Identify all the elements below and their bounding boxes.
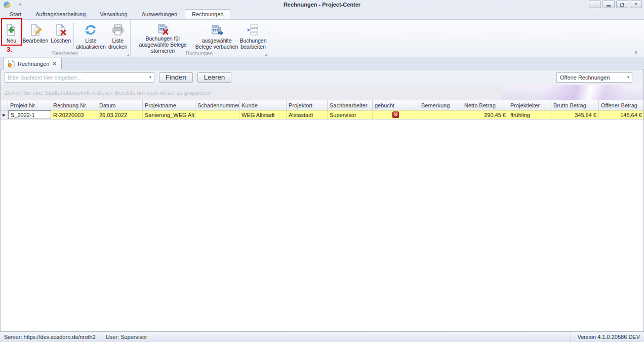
header-projekt-nr[interactable]: Projekt Nr. — [8, 100, 51, 110]
status-server: Server: https://dev.acadoro.de/nroth2 — [4, 334, 96, 340]
header-datum[interactable]: Datum — [97, 100, 143, 110]
document-tab-strip: Rechnungen ✕ — [0, 57, 644, 69]
window-title-context: Rechnungen - — [284, 2, 322, 8]
loeschen-button[interactable]: Löschen — [49, 21, 73, 51]
cell-kunde[interactable]: WEG Altstadt — [239, 110, 287, 119]
decorative-swoosh — [502, 85, 643, 100]
window-controls: ✕ — [589, 1, 642, 8]
buchungen-bearbeiten-button[interactable]: Buchungen bearbeiten — [239, 21, 267, 51]
bearbeiten-button-label: Bearbeiten — [22, 37, 48, 44]
delete-document-icon — [55, 23, 67, 37]
belege-verbuchen-button-label: ausgewählte Belege verbuchen — [194, 37, 239, 50]
header-brutto-betrag[interactable]: Brutto Betrag — [551, 100, 599, 110]
cell-projektort[interactable]: Alstastadt — [287, 110, 328, 119]
table-row[interactable]: ▶ S_2022-1 R-20220003 26.03.2022 Sanieru… — [1, 110, 643, 120]
app-icon[interactable] — [4, 2, 10, 8]
search-input[interactable] — [5, 74, 147, 81]
cell-rechnung-nr[interactable]: R-20220003 — [51, 110, 97, 119]
buchungen-bearbeiten-button-label: Buchungen bearbeiten — [239, 37, 267, 50]
cell-gebucht[interactable]: ✕ — [373, 110, 419, 119]
header-bemerkung[interactable]: Bemerkung — [419, 100, 462, 110]
document-tab-close-icon[interactable]: ✕ — [52, 61, 56, 66]
collapse-ribbon-icon[interactable]: ∧ — [634, 50, 638, 55]
refresh-icon — [85, 23, 97, 37]
header-projektort[interactable]: Projektort — [287, 100, 328, 110]
neu-button-label: Neu — [7, 37, 16, 44]
header-gebucht[interactable]: gebucht — [373, 100, 419, 110]
header-indicator — [1, 100, 8, 110]
header-sachbearbeiter[interactable]: Sachbearbeiter — [328, 100, 373, 110]
liste-aktualisieren-button[interactable]: Liste aktualisieren — [75, 21, 106, 51]
liste-drucken-button[interactable]: Liste drucken — [106, 21, 129, 51]
bearbeiten-button[interactable]: Bearbeiten — [22, 21, 49, 51]
close-button[interactable]: ✕ — [630, 1, 642, 8]
row-pointer-icon: ▶ — [3, 113, 5, 117]
content-panel: ▼ Finden Leeren Offene Rechnungen ▼ Zieh… — [0, 69, 644, 331]
ribbon-tab-start[interactable]: Start — [3, 10, 28, 19]
ribbon-tab-verwaltung[interactable]: Verwaltung — [93, 10, 134, 19]
grid-header-row: Projekt Nr. Rechnung Nr. Datum Projektna… — [1, 100, 643, 110]
search-dropdown-icon[interactable]: ▼ — [147, 75, 154, 79]
cell-bemerkung[interactable] — [419, 110, 462, 119]
cell-datum[interactable]: 26.03.2022 — [97, 110, 143, 119]
bookings-list-icon — [247, 23, 259, 37]
cell-projekt-nr[interactable]: S_2022-1 — [8, 110, 51, 119]
quick-access-dropdown-icon[interactable]: ▾ — [19, 3, 21, 6]
cash-register-cancel-icon — [156, 23, 170, 35]
header-projektleiter[interactable]: Projektleiter — [508, 100, 551, 110]
cell-offener-betrag[interactable]: 145,64 € — [599, 110, 644, 119]
belege-verbuchen-button[interactable]: ausgewählte Belege verbuchen — [194, 21, 239, 51]
header-netto-betrag[interactable]: Netto Betrag — [462, 100, 508, 110]
window-title: Rechnungen - Project-Center — [0, 2, 644, 8]
header-schadennummer[interactable]: Schadennummer — [195, 100, 239, 110]
printer-icon — [112, 23, 124, 37]
buchungen-stornieren-button[interactable]: Buchungen für ausgewählte Belege stornie… — [132, 21, 194, 51]
grid-empty-area — [1, 120, 643, 331]
cell-sachbearbeiter[interactable]: Supervisor — [328, 110, 373, 119]
cell-brutto-betrag[interactable]: 345,64 € — [551, 110, 599, 119]
ribbon-tab-auftragsbearbeitung[interactable]: Auftragsbearbeitung — [29, 10, 92, 19]
status-user: User: Supervisor — [106, 334, 147, 340]
cell-netto-betrag[interactable]: 290,45 € — [462, 110, 508, 119]
ribbon-tab-rechnungen[interactable]: Rechnungen — [185, 9, 230, 19]
filter-dropdown-icon[interactable]: ▼ — [625, 75, 632, 79]
header-kunde[interactable]: Kunde — [239, 100, 287, 110]
leeren-button[interactable]: Leeren — [197, 72, 232, 83]
ribbon: Neu Bearbeiten — [0, 19, 644, 57]
ribbon-tab-bar: Start Auftragsbearbeitung Verwaltung Aus… — [0, 9, 644, 19]
invoice-document-icon — [8, 60, 15, 67]
new-document-icon — [5, 23, 17, 37]
restore-icon — [620, 4, 624, 7]
header-offener-betrag[interactable]: Offener Betrag — [599, 100, 644, 110]
edit-document-icon — [29, 23, 42, 37]
minimize-icon — [607, 5, 611, 7]
restore-button[interactable] — [616, 1, 628, 8]
group-by-panel[interactable]: Ziehen Sie eine Spaltenüberschrift in di… — [1, 85, 643, 100]
invoice-filter-value: Offene Rechnungen — [557, 74, 625, 81]
loeschen-button-label: Löschen — [51, 37, 71, 44]
cell-projektname[interactable]: Sanierung_WEG Alt... — [143, 110, 195, 119]
search-combo: ▼ — [5, 72, 154, 83]
status-bar: Server: https://dev.acadoro.de/nroth2 Us… — [0, 331, 644, 342]
invoice-filter-combo[interactable]: Offene Rechnungen ▼ — [556, 72, 632, 83]
ribbon-separator — [73, 22, 74, 49]
fullscreen-button[interactable] — [589, 1, 601, 8]
header-rechnung-nr[interactable]: Rechnung Nr. — [51, 100, 97, 110]
status-version: Version 4.1.0.20586 DEV — [577, 334, 640, 340]
finden-button[interactable]: Finden — [159, 72, 193, 83]
cash-register-book-icon — [210, 23, 223, 37]
row-indicator: ▶ — [1, 110, 8, 119]
liste-aktualisieren-button-label: Liste aktualisieren — [75, 37, 106, 50]
ribbon-tab-auswertungen[interactable]: Auswertungen — [135, 10, 184, 19]
minimize-button[interactable] — [602, 1, 615, 8]
ribbon-group-bearbeiten: Neu Bearbeiten — [0, 20, 131, 57]
cell-schadennummer[interactable] — [195, 110, 239, 119]
header-projektname[interactable]: Projektname — [143, 100, 195, 110]
liste-drucken-button-label: Liste drucken — [106, 37, 129, 50]
not-booked-icon: ✕ — [392, 111, 399, 118]
ribbon-group-buchungen: Buchungen für ausgewählte Belege stornie… — [131, 20, 268, 57]
cell-projektleiter[interactable]: ffrühling — [508, 110, 551, 119]
document-tab-rechnungen[interactable]: Rechnungen ✕ — [4, 58, 62, 69]
neu-button[interactable]: Neu — [1, 21, 22, 51]
ribbon-group-buchungen-label: Buchungen — [131, 50, 268, 56]
